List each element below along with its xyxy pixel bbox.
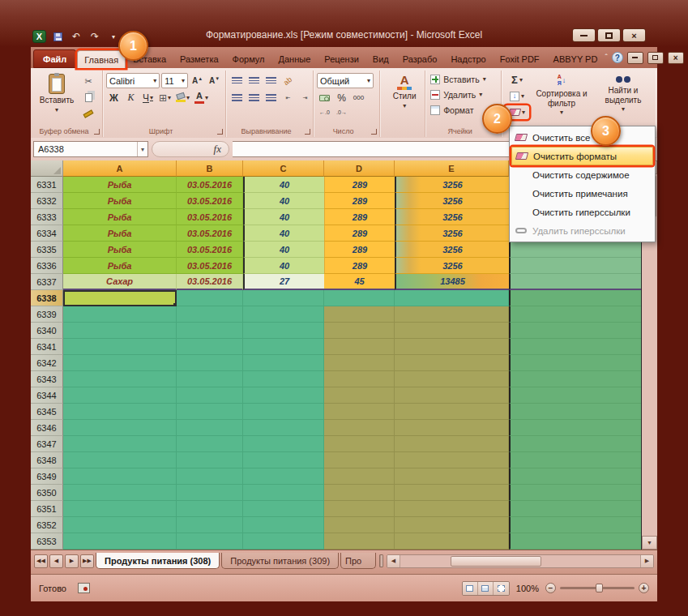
alignment-dialog-launcher-icon[interactable] [305, 129, 310, 135]
cell-E6351[interactable] [395, 501, 509, 517]
name-box[interactable]: A6338 ▾ [33, 141, 148, 157]
row-header-6341[interactable]: 6341 [31, 339, 63, 355]
zoom-in-button[interactable]: + [639, 583, 649, 593]
cell-D6344[interactable] [324, 387, 395, 404]
workbook-restore-button[interactable] [647, 52, 664, 64]
cell-B6331[interactable]: 03.05.2016 [177, 177, 243, 193]
cell-D6353[interactable] [324, 533, 395, 550]
cell-A6351[interactable] [63, 501, 177, 517]
row-header-6337[interactable]: 6337 [31, 274, 63, 290]
cell-D6352[interactable] [324, 517, 395, 533]
cell-E6348[interactable] [395, 452, 509, 468]
row-header-6340[interactable]: 6340 [31, 323, 63, 339]
cell-F6336[interactable] [509, 258, 641, 274]
cell-B6339[interactable] [177, 306, 243, 323]
cell-D6340[interactable] [324, 323, 395, 339]
cell-F6351[interactable] [509, 501, 641, 517]
cell-B6351[interactable] [177, 501, 243, 517]
menu-item-clear-contents[interactable]: Очистить содержимое [511, 165, 653, 184]
zoom-track[interactable] [560, 587, 635, 589]
row-header-6352[interactable]: 6352 [31, 517, 63, 533]
cell-D6349[interactable] [324, 468, 395, 485]
cell-F6348[interactable] [509, 452, 641, 468]
cell-B6344[interactable] [177, 387, 243, 404]
autosum-button[interactable]: Σ▾ [505, 73, 529, 87]
row-header-6349[interactable]: 6349 [31, 468, 63, 485]
align-right-button[interactable] [263, 90, 279, 105]
align-middle-button[interactable] [246, 73, 262, 88]
cell-A6332[interactable]: Рыба [63, 193, 177, 209]
name-box-caret-icon[interactable]: ▾ [137, 142, 147, 156]
zoom-out-button[interactable]: − [545, 583, 556, 593]
cell-D6341[interactable] [324, 339, 395, 355]
cut-button[interactable]: ✂ [79, 75, 97, 88]
align-center-button[interactable] [246, 90, 262, 105]
cell-C6348[interactable] [243, 452, 324, 468]
cell-F6344[interactable] [509, 387, 641, 404]
close-button[interactable]: × [622, 28, 646, 42]
cell-C6340[interactable] [243, 323, 324, 339]
cell-A6347[interactable] [63, 436, 177, 452]
cell-D6351[interactable] [324, 501, 395, 517]
row-header-6343[interactable]: 6343 [31, 371, 63, 387]
cell-E6331[interactable]: 3256 [395, 177, 509, 193]
cell-F6340[interactable] [509, 323, 641, 339]
cell-E6346[interactable] [395, 420, 509, 436]
cell-A6345[interactable] [63, 404, 177, 420]
cell-F6341[interactable] [509, 339, 641, 355]
font-dialog-launcher-icon[interactable] [217, 129, 223, 135]
cell-E6340[interactable] [395, 323, 509, 339]
fill-color-button[interactable]: ▾ [174, 90, 191, 105]
row-header-6347[interactable]: 6347 [31, 436, 63, 452]
cell-D6338[interactable] [324, 290, 395, 306]
cell-C6339[interactable] [243, 306, 324, 323]
scroll-right-button[interactable]: ▶ [640, 555, 653, 567]
cell-E6345[interactable] [395, 404, 509, 420]
tab-foxit[interactable]: Foxit PDF [494, 50, 546, 68]
row-header-6338[interactable]: 6338 [31, 290, 63, 306]
cell-A6334[interactable]: Рыба [63, 225, 177, 242]
row-header-6336[interactable]: 6336 [31, 258, 63, 274]
cell-E6333[interactable]: 3256 [395, 209, 509, 225]
cell-D6335[interactable]: 289 [324, 242, 395, 258]
cell-E6341[interactable] [395, 339, 509, 355]
cell-E6332[interactable]: 3256 [395, 193, 509, 209]
row-header-6335[interactable]: 6335 [31, 242, 63, 258]
cell-E6342[interactable] [395, 355, 509, 371]
cell-C6341[interactable] [243, 339, 324, 355]
increase-indent-button[interactable]: ⇥ [297, 90, 313, 105]
tab-file[interactable]: Файл [33, 49, 76, 68]
cell-A6350[interactable] [63, 485, 177, 501]
cell-F6343[interactable] [509, 371, 641, 387]
cell-E6353[interactable] [395, 533, 509, 550]
cell-F6342[interactable] [509, 355, 641, 371]
cell-F6338[interactable] [509, 290, 641, 306]
cell-D6333[interactable]: 289 [324, 209, 395, 225]
cell-B6340[interactable] [177, 323, 243, 339]
cell-B6333[interactable]: 03.05.2016 [177, 209, 243, 225]
row-header-6351[interactable]: 6351 [31, 501, 63, 517]
cell-C6332[interactable]: 40 [243, 193, 324, 209]
horizontal-scroll-thumb[interactable] [451, 556, 541, 567]
row-header-6339[interactable]: 6339 [31, 306, 63, 323]
cell-E6352[interactable] [395, 517, 509, 533]
menu-item-clear-formats[interactable]: Очистить форматы [511, 147, 653, 165]
copy-button[interactable] [79, 91, 97, 105]
cell-F6347[interactable] [509, 436, 641, 452]
number-dialog-launcher-icon[interactable] [371, 129, 377, 135]
borders-button[interactable]: ⊞▾ [157, 90, 173, 105]
tab-review[interactable]: Рецензи [318, 50, 365, 68]
cell-D6347[interactable] [324, 436, 395, 452]
decrease-decimal-button[interactable]: .0→ [334, 107, 349, 118]
cell-A6340[interactable] [63, 323, 177, 339]
cell-A6339[interactable] [63, 306, 177, 323]
cell-C6351[interactable] [243, 501, 324, 517]
cell-F6339[interactable] [509, 306, 641, 323]
cell-B6338[interactable] [177, 290, 243, 306]
cell-D6345[interactable] [324, 404, 395, 420]
paste-button[interactable]: Вставить ▾ [36, 71, 78, 123]
cell-C6336[interactable]: 40 [243, 258, 324, 274]
cell-A6348[interactable] [63, 452, 177, 468]
italic-button[interactable]: К [123, 90, 139, 105]
cell-A6349[interactable] [63, 468, 177, 485]
